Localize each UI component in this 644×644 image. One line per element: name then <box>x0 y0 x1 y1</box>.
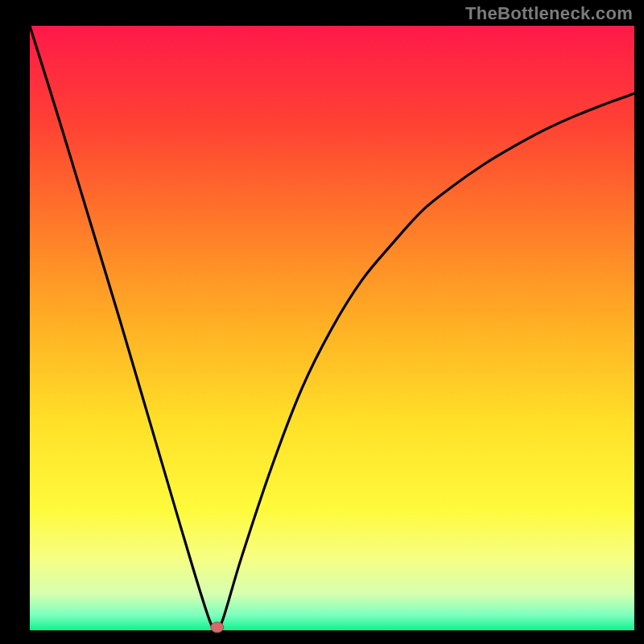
chart-stage: TheBottleneck.com <box>0 0 644 644</box>
attribution-label: TheBottleneck.com <box>465 3 633 24</box>
bottleneck-chart <box>0 0 644 644</box>
optimal-marker <box>211 622 224 633</box>
